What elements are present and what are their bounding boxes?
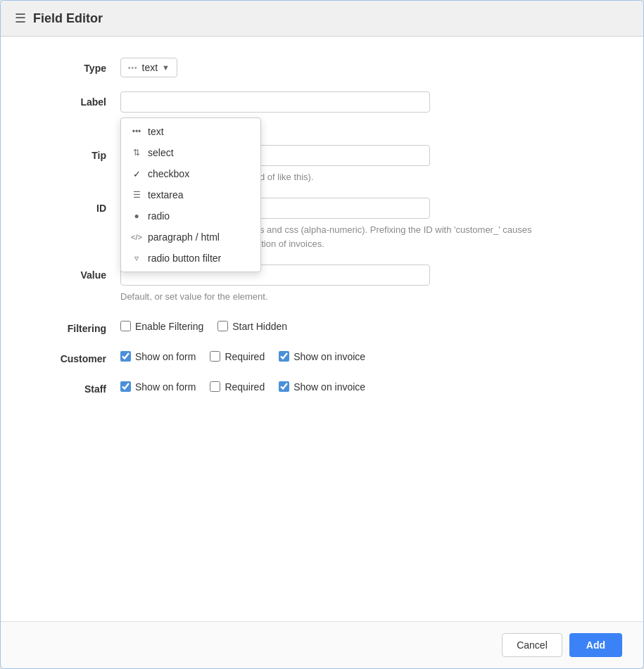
id-label: ID bbox=[29, 198, 120, 214]
dialog-title: Field Editor bbox=[33, 11, 103, 26]
dropdown-item-radio[interactable]: ● radio bbox=[121, 205, 260, 227]
customer-row: Customer Show on form Required Show on i… bbox=[29, 348, 615, 364]
customer-show-on-invoice-checkbox[interactable] bbox=[279, 351, 289, 362]
filtering-label: Filtering bbox=[29, 318, 120, 334]
dialog-footer: Cancel Add bbox=[1, 621, 643, 668]
tip-row: Tip tion or instructions for the field (… bbox=[29, 145, 615, 184]
filtering-row: Filtering Enable Filtering Start Hidden bbox=[29, 318, 615, 334]
field-editor-dialog: ☰ Field Editor Type ••• text ▼ ••• text … bbox=[0, 0, 644, 669]
enable-filtering-checkbox[interactable] bbox=[120, 321, 131, 331]
type-content: ••• text ▼ bbox=[120, 58, 615, 77]
label-label: Label bbox=[29, 91, 120, 108]
value-help-text: Default, or set value for the element. bbox=[120, 290, 543, 304]
customer-required-item[interactable]: Required bbox=[210, 351, 265, 362]
staff-content: Show on form Required Show on invoice bbox=[120, 378, 615, 393]
start-hidden-item[interactable]: Start Hidden bbox=[217, 321, 287, 332]
customer-show-on-form-item[interactable]: Show on form bbox=[120, 351, 196, 362]
type-selected-value: text bbox=[142, 62, 158, 73]
staff-required-item[interactable]: Required bbox=[210, 381, 265, 393]
staff-show-on-invoice-label[interactable]: Show on invoice bbox=[293, 381, 365, 393]
cancel-button[interactable]: Cancel bbox=[502, 633, 562, 657]
customer-required-label[interactable]: Required bbox=[225, 351, 265, 362]
field-editor-icon: ☰ bbox=[15, 11, 26, 26]
dropdown-item-radio-label: radio bbox=[148, 210, 170, 222]
label-input[interactable] bbox=[120, 91, 430, 113]
staff-label: Staff bbox=[29, 378, 120, 395]
staff-row: Staff Show on form Required Show on invo… bbox=[29, 378, 615, 395]
staff-show-on-form-checkbox[interactable] bbox=[120, 381, 131, 392]
textarea-type-icon: ☰ bbox=[131, 190, 142, 200]
dropdown-item-text-label: text bbox=[148, 126, 164, 137]
dropdown-item-radio-filter-label: radio button filter bbox=[148, 253, 221, 264]
staff-show-on-invoice-checkbox[interactable] bbox=[279, 381, 289, 392]
select-type-icon: ⇅ bbox=[131, 148, 142, 158]
dropdown-item-radio-filter[interactable]: ▿ radio button filter bbox=[121, 248, 260, 269]
customer-label: Customer bbox=[29, 348, 120, 364]
value-label: Value bbox=[29, 265, 120, 281]
customer-show-on-form-label[interactable]: Show on form bbox=[135, 351, 196, 362]
staff-checkboxes: Show on form Required Show on invoice bbox=[120, 378, 615, 393]
staff-show-on-form-item[interactable]: Show on form bbox=[120, 381, 196, 393]
enable-filtering-item[interactable]: Enable Filtering bbox=[120, 321, 203, 332]
dropdown-item-text[interactable]: ••• text bbox=[121, 121, 260, 142]
staff-required-checkbox[interactable] bbox=[210, 381, 220, 392]
dropdown-item-paragraph[interactable]: </> paragraph / html bbox=[121, 227, 260, 248]
type-dots: ••• bbox=[128, 64, 138, 72]
type-row: Type ••• text ▼ bbox=[29, 58, 615, 77]
customer-content: Show on form Required Show on invoice bbox=[120, 348, 615, 362]
value-row: Value Default, or set value for the elem… bbox=[29, 265, 615, 304]
type-dropdown-button[interactable]: ••• text ▼ bbox=[120, 58, 177, 77]
customer-required-checkbox[interactable] bbox=[210, 351, 220, 362]
checkbox-type-icon: ✓ bbox=[131, 169, 142, 179]
type-label: Type bbox=[29, 58, 120, 74]
staff-show-on-form-label[interactable]: Show on form bbox=[135, 381, 196, 393]
dropdown-item-checkbox-label: checkbox bbox=[148, 168, 189, 179]
customer-show-on-invoice-item[interactable]: Show on invoice bbox=[279, 351, 365, 362]
filtering-content: Enable Filtering Start Hidden bbox=[120, 318, 615, 332]
start-hidden-checkbox[interactable] bbox=[217, 321, 228, 331]
dialog-header: ☰ Field Editor bbox=[1, 1, 643, 37]
dropdown-arrow-icon: ▼ bbox=[162, 63, 170, 72]
radio-filter-type-icon: ▿ bbox=[131, 253, 142, 263]
text-type-icon: ••• bbox=[131, 127, 142, 136]
label-row: Label with the element. bbox=[29, 91, 615, 131]
staff-show-on-invoice-item[interactable]: Show on invoice bbox=[279, 381, 365, 393]
customer-checkboxes: Show on form Required Show on invoice bbox=[120, 348, 615, 362]
start-hidden-label[interactable]: Start Hidden bbox=[232, 321, 287, 332]
tip-label: Tip bbox=[29, 145, 120, 161]
dropdown-item-select-label: select bbox=[148, 147, 174, 158]
dropdown-item-checkbox[interactable]: ✓ checkbox bbox=[121, 163, 260, 184]
customer-show-on-invoice-label[interactable]: Show on invoice bbox=[293, 351, 365, 362]
add-button[interactable]: Add bbox=[569, 633, 622, 657]
dropdown-item-paragraph-label: paragraph / html bbox=[148, 231, 220, 243]
dropdown-item-select[interactable]: ⇅ select bbox=[121, 142, 260, 163]
dropdown-item-textarea[interactable]: ☰ textarea bbox=[121, 184, 260, 205]
dropdown-item-textarea-label: textarea bbox=[148, 189, 184, 200]
customer-show-on-form-checkbox[interactable] bbox=[120, 351, 131, 362]
enable-filtering-label[interactable]: Enable Filtering bbox=[135, 321, 203, 332]
filtering-checkboxes: Enable Filtering Start Hidden bbox=[120, 318, 615, 332]
staff-required-label[interactable]: Required bbox=[225, 381, 265, 393]
type-dropdown-menu: ••• text ⇅ select ✓ checkbox ☰ textarea … bbox=[120, 117, 261, 272]
dialog-body: Type ••• text ▼ ••• text ⇅ select ✓ che bbox=[1, 37, 643, 621]
radio-type-icon: ● bbox=[131, 211, 142, 221]
id-row: ID A unique ID - can be used in emails a… bbox=[29, 198, 615, 250]
paragraph-type-icon: </> bbox=[131, 233, 142, 241]
